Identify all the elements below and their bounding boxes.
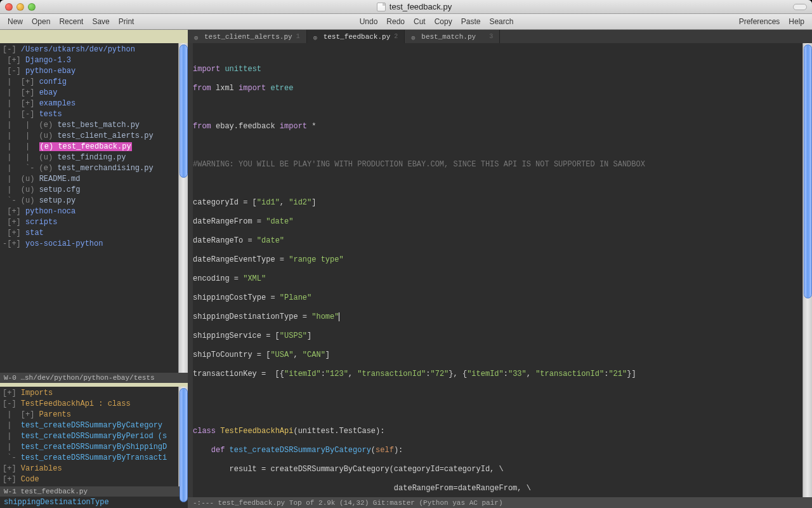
tree-row[interactable]: | (u) README.md <box>3 174 185 185</box>
minimize-icon[interactable] <box>16 3 24 11</box>
tb-undo[interactable]: Undo <box>360 17 378 26</box>
editor-scrollbar[interactable] <box>802 43 812 497</box>
file-icon <box>377 3 386 11</box>
tree-row[interactable]: [+] python-noca <box>3 206 185 217</box>
file-tree[interactable]: [-] /Users/utkarsh/dev/python [+] Django… <box>0 43 188 373</box>
tree-row[interactable]: [-] /Users/utkarsh/dev/python <box>3 44 185 55</box>
tb-redo[interactable]: Redo <box>386 17 405 26</box>
outline-row[interactable]: | test_createDSRSummaryByPeriod (s <box>3 431 185 442</box>
tree-row[interactable]: | `- (e) test_merchandising.py <box>3 163 185 174</box>
tab-label: test_feedback.py <box>324 33 391 41</box>
tab-index: 1 <box>296 33 300 40</box>
sidebar: [-] /Users/utkarsh/dev/python [+] Django… <box>0 43 188 508</box>
tb-new[interactable]: New <box>8 17 23 26</box>
traffic-lights <box>5 3 36 11</box>
toolbar-right: Preferences Help <box>731 17 812 26</box>
title-text: test_feedback.py <box>390 2 452 11</box>
tb-open[interactable]: Open <box>32 17 50 26</box>
minibuffer[interactable]: shippingDestinationType <box>0 497 188 508</box>
tb-print[interactable]: Print <box>119 17 134 26</box>
tab-best_match-py[interactable]: ⊗best_match.py3 <box>405 30 500 43</box>
toolbar-left: New Open Recent Save Print <box>0 17 141 26</box>
close-icon[interactable] <box>5 3 13 11</box>
tree-row[interactable]: | | (u) test_client_alerts.py <box>3 131 185 142</box>
tb-recent[interactable]: Recent <box>59 17 83 26</box>
tree-row[interactable]: | | (e) test_best_match.py <box>3 120 185 131</box>
tab-test_feedback-py[interactable]: ⊗test_feedback.py2 <box>307 30 405 43</box>
tab-index: 2 <box>394 33 398 40</box>
close-icon[interactable]: ⊗ <box>411 34 417 40</box>
sidebar-modeline-top: W-0 …sh/dev/python/python-ebay/tests <box>0 373 188 383</box>
tree-row[interactable]: | [+] ebay <box>3 88 185 98</box>
outline-row[interactable]: [+] Variables <box>3 464 185 474</box>
outline-row[interactable]: [+] Code <box>3 474 185 485</box>
tree-row[interactable]: -[+] yos-social-python <box>3 239 185 250</box>
close-icon[interactable]: ⊗ <box>194 34 200 40</box>
tb-paste[interactable]: Paste <box>461 17 481 26</box>
app-window: test_feedback.py New Open Recent Save Pr… <box>0 0 812 508</box>
tb-cut[interactable]: Cut <box>414 17 426 26</box>
outline-row[interactable]: `- test_createDSRSummaryByTransacti <box>3 453 185 464</box>
outline-row[interactable]: [+] Imports <box>3 388 185 399</box>
toolbar-pill-icon[interactable] <box>793 4 807 10</box>
main: [-] /Users/utkarsh/dev/python [+] Django… <box>0 43 812 508</box>
window-title: test_feedback.py <box>36 2 793 11</box>
outline-tree[interactable]: [+] Imports[-] TestFeedbackhApi : class … <box>0 387 188 486</box>
tree-row[interactable]: | [+] config <box>3 77 185 88</box>
editor-pane: import unittest from lxml import etree f… <box>188 43 812 508</box>
tab-strip: ⊗test_client_alerts.py1⊗test_feedback.py… <box>188 30 812 43</box>
tab-test_client_alerts-py[interactable]: ⊗test_client_alerts.py1 <box>188 30 307 43</box>
tree-row[interactable]: [+] stat <box>3 228 185 239</box>
titlebar[interactable]: test_feedback.py <box>0 0 812 14</box>
outline-row[interactable]: | [+] Parents <box>3 410 185 420</box>
tree-row[interactable]: [+] scripts <box>3 217 185 228</box>
outline-row[interactable]: [-] TestFeedbackhApi : class <box>3 399 185 410</box>
tab-label: best_match.py <box>421 33 476 41</box>
modeline: -:--- test_feedback.py Top of 2.9k (14,3… <box>188 497 812 508</box>
tree-row[interactable]: [+] Django-1.3 <box>3 55 185 66</box>
tree-row[interactable]: | | (e) test_feedback.py <box>3 142 185 152</box>
tb-save[interactable]: Save <box>92 17 109 26</box>
toolbar-mid: Undo Redo Cut Copy Paste Search <box>352 17 521 26</box>
sidebar-scrollbar[interactable] <box>178 43 188 373</box>
outline-scrollbar[interactable] <box>178 387 188 486</box>
tab-strip-row: ⊗test_client_alerts.py1⊗test_feedback.py… <box>0 30 812 43</box>
tree-row[interactable]: | [+] examples <box>3 98 185 109</box>
tab-label: test_client_alerts.py <box>204 33 292 41</box>
tb-copy[interactable]: Copy <box>435 17 452 26</box>
outline-row[interactable]: | test_createDSRSummaryByCategory <box>3 420 185 431</box>
close-icon[interactable]: ⊗ <box>313 34 320 40</box>
code-editor[interactable]: import unittest from lxml import etree f… <box>188 43 812 497</box>
tb-help[interactable]: Help <box>789 17 804 26</box>
tree-row[interactable]: | (u) setup.cfg <box>3 185 185 196</box>
tb-search[interactable]: Search <box>489 17 513 26</box>
tb-prefs[interactable]: Preferences <box>739 17 780 26</box>
tab-index: 3 <box>489 33 493 40</box>
tree-row[interactable]: | [-] tests <box>3 109 185 120</box>
toolbar: New Open Recent Save Print Undo Redo Cut… <box>0 14 812 30</box>
outline-row[interactable]: | test_createDSRSummaryByShippingD <box>3 442 185 453</box>
tree-row[interactable]: | | (u) test_finding.py <box>3 152 185 163</box>
zoom-icon[interactable] <box>28 3 36 11</box>
tree-row[interactable]: [-] python-ebay <box>3 66 185 77</box>
tree-row[interactable]: `- (u) setup.py <box>3 196 185 206</box>
sidebar-modeline-bot: W-1 test_feedback.py <box>0 486 188 497</box>
